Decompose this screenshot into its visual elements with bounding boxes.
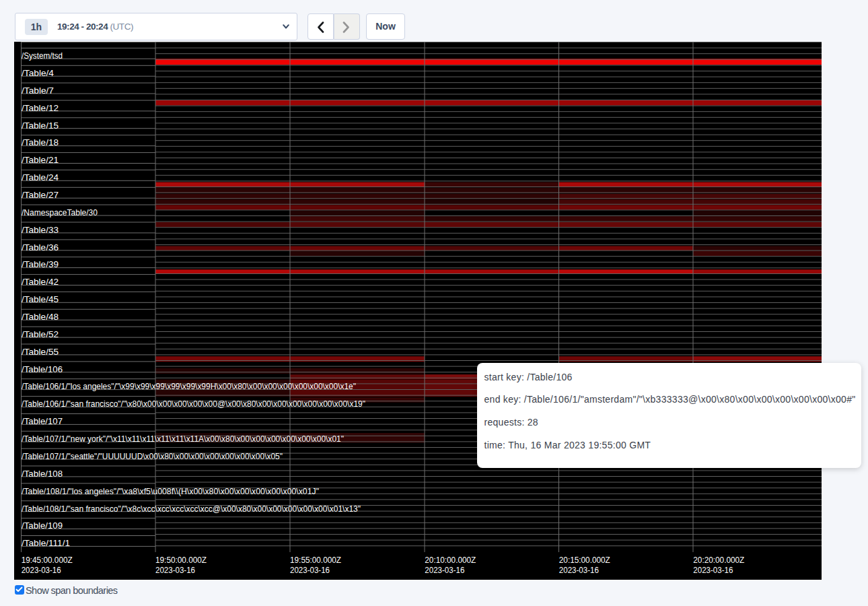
svg-text:20:15:00.000Z: 20:15:00.000Z [559, 555, 610, 565]
svg-text:/Table/108: /Table/108 [22, 469, 63, 479]
svg-text:19:55:00.000Z: 19:55:00.000Z [290, 555, 341, 565]
svg-text:/Table/48: /Table/48 [22, 312, 59, 322]
svg-text:/Table/109: /Table/109 [22, 520, 63, 531]
svg-text:/Table/42: /Table/42 [22, 277, 59, 287]
svg-text:/Table/21: /Table/21 [22, 155, 59, 165]
svg-text:/Table/27: /Table/27 [22, 190, 59, 200]
svg-text:/Table/4: /Table/4 [22, 68, 54, 78]
svg-text:/Table/36: /Table/36 [22, 242, 59, 252]
svg-text:20:20:00.000Z: 20:20:00.000Z [693, 555, 744, 565]
svg-text:2023-03-16: 2023-03-16 [155, 565, 195, 575]
svg-text:/NamespaceTable/30: /NamespaceTable/30 [22, 207, 98, 217]
svg-text:19:50:00.000Z: 19:50:00.000Z [155, 555, 207, 565]
svg-text:/System/tsd: /System/tsd [22, 50, 63, 61]
svg-text:/Table/33: /Table/33 [22, 225, 59, 235]
svg-text:2023-03-16: 2023-03-16 [22, 565, 61, 575]
svg-text:/Table/18: /Table/18 [22, 137, 59, 147]
svg-text:/Table/7: /Table/7 [22, 86, 54, 96]
svg-text:/Table/111/1: /Table/111/1 [22, 538, 70, 548]
svg-text:/Table/107/1/"new york"/"\x11\: /Table/107/1/"new york"/"\x11\x11\x11\x1… [22, 434, 344, 444]
svg-text:/Table/15: /Table/15 [22, 121, 59, 131]
svg-text:2023-03-16: 2023-03-16 [425, 565, 464, 575]
svg-text:/Table/108/1/"san francisco"/": /Table/108/1/"san francisco"/"\x8c\xcc\x… [22, 504, 361, 514]
svg-text:20:10:00.000Z: 20:10:00.000Z [425, 555, 476, 565]
svg-text:2023-03-16: 2023-03-16 [559, 565, 599, 575]
svg-text:19:45:00.000Z: 19:45:00.000Z [22, 555, 73, 565]
svg-text:2023-03-16: 2023-03-16 [290, 565, 330, 575]
svg-text:/Table/39: /Table/39 [22, 259, 59, 269]
svg-text:/Table/107/1/"seattle"/"UUUUUU: /Table/107/1/"seattle"/"UUUUUUD\x00\x80\… [22, 451, 283, 461]
svg-text:/Table/108/1/"los angeles"/"\x: /Table/108/1/"los angeles"/"\xa8\xf5\u00… [22, 486, 319, 496]
svg-text:/Table/106/1/"los angeles"/"\x: /Table/106/1/"los angeles"/"\x99\x99\x99… [22, 381, 356, 391]
svg-text:/Table/45: /Table/45 [22, 294, 59, 304]
svg-text:/Table/106/1/"san francisco"/": /Table/106/1/"san francisco"/"\x80\x00\x… [22, 399, 365, 409]
svg-text:/Table/107: /Table/107 [22, 416, 63, 426]
svg-text:/Table/55: /Table/55 [22, 347, 59, 357]
svg-text:2023-03-16: 2023-03-16 [693, 565, 733, 575]
svg-text:/Table/24: /Table/24 [22, 172, 59, 182]
svg-text:/Table/12: /Table/12 [22, 103, 59, 113]
svg-text:/Table/52: /Table/52 [22, 329, 59, 339]
svg-text:/Table/106: /Table/106 [22, 364, 63, 374]
